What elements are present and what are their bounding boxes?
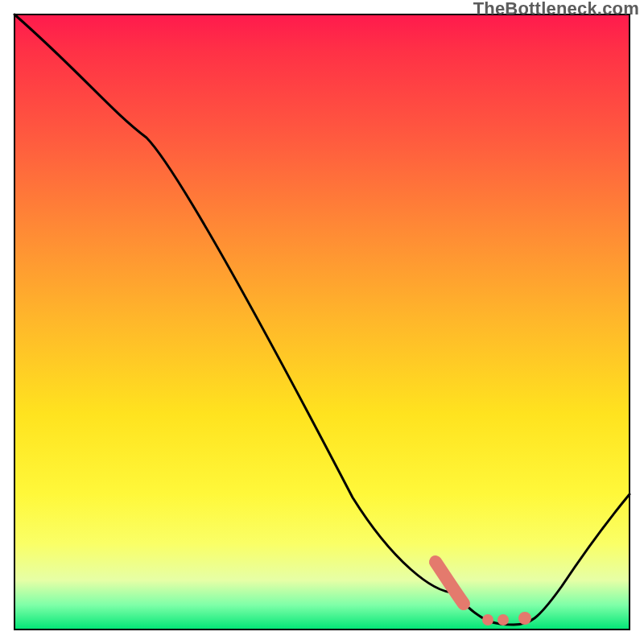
highlight-segment (436, 562, 464, 604)
highlight-dot-2 (497, 614, 509, 625)
bottleneck-chart: TheBottleneck.com (0, 0, 644, 644)
highlight-dot-1 (482, 614, 493, 625)
plot-overlay (14, 14, 630, 630)
credit-label: TheBottleneck.com (473, 0, 639, 19)
bottleneck-curve (14, 14, 630, 625)
highlight-dot-3 (518, 612, 531, 625)
